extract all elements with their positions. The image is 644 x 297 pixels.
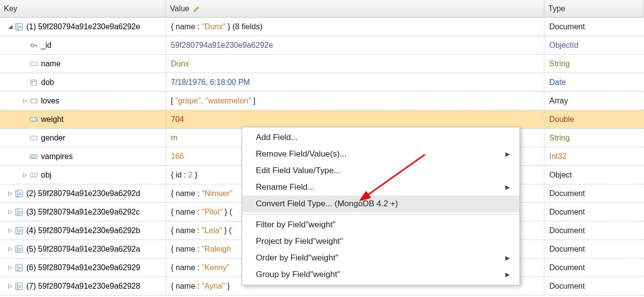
menu-item[interactable]: Group by Field"weight"▶ [242,266,519,283]
value-text: 166 [171,152,184,161]
cell-key[interactable]: _id [0,36,166,54]
cell-key[interactable]: ▷(2) 59f280794a91e230e9a6292d [0,184,166,202]
cell-key[interactable]: ▷(7) 59f280794a91e230e9a62928 [0,277,166,295]
cell-type: Double [544,115,644,124]
key-text: obj [41,171,51,179]
header-key[interactable]: Key [0,0,166,17]
header-value-label: Value [170,4,189,13]
menu-item[interactable]: Add Field... [242,129,519,146]
cell-key[interactable]: vampires [0,147,166,165]
type-text: Document [549,263,585,272]
key-text: (3) 59f280794a91e230e9a6292c [26,208,140,217]
menu-item[interactable]: Rename Field...▶ [242,179,519,196]
cell-key[interactable]: ▷(4) 59f280794a91e230e9a6292b [0,221,166,239]
chevron-right-icon[interactable]: ▷ [7,227,14,234]
value-text: 59f280794a91e230e9a6292e [171,41,273,50]
table-row[interactable]: ▷loves[ "grape", "watermelon" ]Array [0,92,644,110]
type-text: Int32 [549,152,567,161]
cell-key[interactable]: ▷(3) 59f280794a91e230e9a6292c [0,203,166,221]
doc-icon [15,208,23,216]
value-text: Dunx [171,59,189,68]
chevron-right-icon[interactable]: ▷ [7,190,14,197]
type-text: String [549,59,570,68]
type-text: Document [549,208,585,217]
cell-type: Document [544,282,644,291]
date-icon [29,79,38,86]
cell-type: Date [544,78,644,87]
doc-icon [15,190,23,198]
table-row[interactable]: ◢(1) 59f280794a91e230e9a6292e{ name : "D… [0,18,644,36]
cell-type: Int32 [544,152,644,161]
cell-type: Document [544,226,644,235]
value-text: [ "grape", "watermelon" ] [171,97,255,105]
submenu-arrow-icon: ▶ [505,271,510,278]
menu-item-label: Group by Field"weight" [256,270,340,279]
menu-item-label: Filter by Field"weight" [256,220,335,230]
menu-item-label: Project by Field"weight" [256,237,343,246]
value-text: { name : "Nimuer" [171,189,232,198]
cell-value[interactable]: [ "grape", "watermelon" ] [166,92,544,110]
cell-value[interactable]: Dunx [166,55,544,73]
doc-icon [15,23,23,31]
cell-key[interactable]: dob [0,73,166,91]
chevron-right-icon[interactable]: ▷ [7,246,14,253]
chevron-right-icon[interactable]: ▷ [7,209,14,216]
cell-value[interactable]: 7/18/1976, 6:18:00 PM [166,73,544,91]
value-text: 704 [171,115,184,124]
expander-placeholder [21,60,28,67]
chevron-right-icon[interactable]: ▷ [21,98,28,104]
header-key-label: Key [4,4,18,13]
cell-key[interactable]: gender [0,129,166,147]
type-text: Document [549,189,585,198]
key-text: (1) 59f280794a91e230e9a6292e [26,22,140,31]
chevron-right-icon[interactable]: ▷ [7,283,14,290]
num-icon [29,116,38,123]
menu-item[interactable]: Filter by Field"weight" [242,217,519,233]
int-icon [29,153,38,160]
value-text: { name : "Raleigh [171,245,231,254]
chevron-right-icon[interactable]: ▷ [7,264,14,271]
chevron-right-icon[interactable]: ▷ [21,172,28,178]
submenu-arrow-icon: ▶ [505,151,510,158]
arr-icon [29,97,38,105]
doc-icon [15,227,23,235]
header-value[interactable]: Value [166,0,544,17]
header-type[interactable]: Type [544,0,644,17]
cell-value[interactable]: 59f280794a91e230e9a6292e [166,36,544,54]
menu-item-label: Convert Field Type... (MongoDB 4.2 +) [256,199,398,209]
cell-type: Document [544,263,644,272]
cell-value[interactable]: 704 [166,110,544,128]
cell-type: Object [544,171,644,179]
str-icon [29,134,38,142]
menu-item[interactable]: Order by Field"weight"▶ [242,250,519,266]
menu-item-label: Order by Field"weight" [256,253,338,263]
menu-item[interactable]: Edit Field Value/Type... [242,162,519,179]
cell-key[interactable]: name [0,55,166,73]
table-row[interactable]: _id59f280794a91e230e9a6292eObjectId [0,36,644,55]
table-row[interactable]: dob7/18/1976, 6:18:00 PMDate [0,73,644,92]
cell-value[interactable]: { name : "Dunx" } (8 fields) [166,18,544,36]
cell-key[interactable]: ▷obj [0,166,166,184]
cell-key[interactable]: ◢(1) 59f280794a91e230e9a6292e [0,18,166,36]
menu-item[interactable]: Project by Field"weight" [242,233,519,250]
table-row[interactable]: weight704Double [0,110,644,129]
header-row: Key Value Type [0,0,644,18]
cell-key[interactable]: ▷loves [0,92,166,110]
expander-placeholder [21,135,28,141]
menu-separator [242,214,519,215]
expander-placeholder [21,79,28,86]
edit-icon [192,5,201,13]
doc-icon [15,245,23,253]
value-text: { name : "Ayna" } [171,282,230,291]
cell-key[interactable]: ▷(6) 59f280794a91e230e9a62929 [0,258,166,277]
cell-type: Document [544,189,644,198]
cell-key[interactable]: ▷(5) 59f280794a91e230e9a6292a [0,240,166,258]
menu-item[interactable]: Convert Field Type... (MongoDB 4.2 +) [242,196,519,212]
key-text: (5) 59f280794a91e230e9a6292a [26,245,140,254]
cell-key[interactable]: weight [0,110,166,128]
table-row[interactable]: nameDunxString [0,55,644,73]
key-text: (6) 59f280794a91e230e9a62929 [26,263,140,272]
menu-item[interactable]: Remove Field/Value(s)...▶ [242,146,519,162]
chevron-down-icon[interactable]: ◢ [7,23,14,30]
key-text: name [41,59,61,68]
